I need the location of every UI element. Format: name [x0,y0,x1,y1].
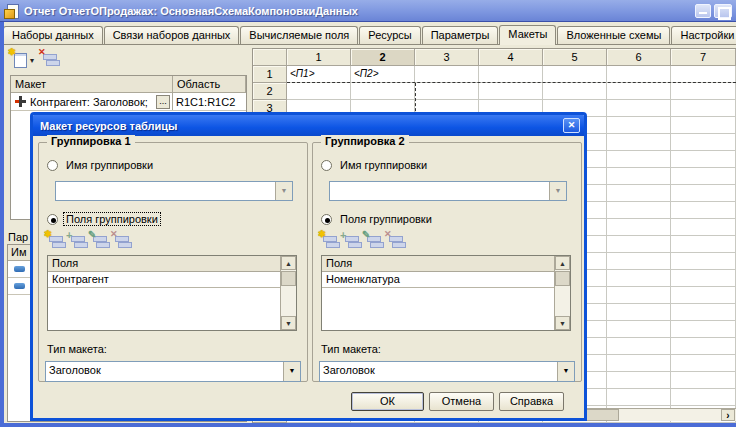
tab-вложенные-схемы[interactable]: Вложенные схемы [557,26,670,44]
grid-column-header-6[interactable]: 6 [607,49,671,66]
fields-list-header[interactable]: Поля [322,256,554,272]
grid-cell-r2c7[interactable] [671,83,736,100]
scroll-down-button[interactable]: ▼ [281,316,296,330]
grid-cell-r15c6[interactable] [607,304,671,321]
dropdown-arrow-icon[interactable]: ▼ [549,182,566,200]
grid-column-header-7[interactable]: 7 [671,49,736,66]
grid-cell-r10c6[interactable] [607,219,671,236]
tab-настройки[interactable]: Настройки [671,26,736,44]
radio-fields[interactable] [47,214,58,225]
add-template-button[interactable]: ✱ [10,51,28,67]
radio-fields-label[interactable]: Поля группировки [64,213,160,225]
grouping-name-combobox[interactable]: ▼ [329,181,567,201]
tab-ресурсы[interactable]: Ресурсы [359,26,420,44]
maximize-button[interactable] [714,4,732,18]
grid-cell-r11c7[interactable] [671,236,736,253]
grid-cell-r8c7[interactable] [671,185,736,202]
scroll-down-button[interactable]: ▼ [555,316,570,330]
grid-cell-r1c6[interactable] [607,66,671,83]
grid-cell-r12c6[interactable] [607,253,671,270]
grid-cell-r12c7[interactable] [671,253,736,270]
grid-column-header-1[interactable]: 1 [287,49,351,66]
grouping-fields-option[interactable]: Поля группировки [321,213,434,225]
grid-cell-r10c7[interactable] [671,219,736,236]
cancel-button[interactable]: Отмена [429,392,494,411]
grid-cell-r16c6[interactable] [607,321,671,338]
radio-fields[interactable] [321,214,332,225]
grid-column-header-4[interactable]: 4 [479,49,543,66]
grid-cell-r3c7[interactable] [671,100,736,117]
delete-template-button[interactable]: ✕ [40,51,58,67]
add-auto-field-button[interactable]: + [342,233,360,249]
column-header-area[interactable]: Область [173,76,246,92]
grid-cell-r18c7[interactable] [671,355,736,372]
grid-cell-r20c6[interactable] [607,389,671,406]
template-more-button[interactable]: ... [156,95,170,109]
field-item[interactable]: Контрагент [48,272,280,288]
grid-cell-r1c5[interactable] [543,66,607,83]
grid-column-header-2[interactable]: 2 [351,49,415,66]
scroll-right-button[interactable]: › [721,409,735,421]
grid-cell-r2c6[interactable] [607,83,671,100]
tab-макеты[interactable]: Макеты [499,25,556,45]
grid-column-header-3[interactable]: 3 [415,49,479,66]
grid-cell-r16c7[interactable] [671,321,736,338]
grouping-name-option[interactable]: Имя группировки [321,159,429,171]
grid-cell-r6c6[interactable] [607,151,671,168]
grid-cell-r13c6[interactable] [607,270,671,287]
grid-cell-r15c7[interactable] [671,304,736,321]
scroll-up-button[interactable]: ▲ [555,256,570,270]
grid-cell-r4c6[interactable] [607,117,671,134]
grid-cell-r2c4[interactable] [479,83,543,100]
template-name-cell[interactable]: Контрагент: Заголовок; ... [11,93,173,110]
grid-cell-r7c7[interactable] [671,168,736,185]
grid-cell-r1c1[interactable]: <П1> [287,66,351,83]
grid-cell-r8c6[interactable] [607,185,671,202]
grid-cell-r9c7[interactable] [671,202,736,219]
grid-corner-cell[interactable] [253,49,287,66]
grouping-name-option[interactable]: Имя группировки [47,159,155,171]
scrollbar-thumb[interactable] [555,271,570,286]
radio-fields-label[interactable]: Поля группировки [338,213,434,225]
radio-name[interactable] [321,160,332,171]
grid-cell-r1c3[interactable] [415,66,479,83]
radio-name-label[interactable]: Имя группировки [338,159,429,171]
column-header-template[interactable]: Макет [11,76,173,92]
dropdown-arrow-icon[interactable]: ▼ [275,182,292,200]
template-row[interactable]: Контрагент: Заголовок; ... R1C1:R1C2 [11,93,246,111]
grid-cell-r9c6[interactable] [607,202,671,219]
fields-list-header[interactable]: Поля [48,256,280,272]
add-template-menu-arrow[interactable]: ▾ [30,56,34,65]
grid-cell-r13c7[interactable] [671,270,736,287]
edit-field-button[interactable]: ✎ [90,233,108,249]
grid-cell-r2c1[interactable] [287,83,351,100]
template-type-combobox[interactable]: Заголовок ▼ [45,361,301,382]
grid-cell-r17c6[interactable] [607,338,671,355]
ok-button[interactable]: ОК [351,392,424,411]
grid-cell-r5c6[interactable] [607,134,671,151]
grid-cell-r20c7[interactable] [671,389,736,406]
grouping-fields-option[interactable]: Поля группировки [47,213,160,225]
scroll-up-button[interactable]: ▲ [281,256,296,270]
grid-cell-r5c7[interactable] [671,134,736,151]
radio-name-label[interactable]: Имя группировки [64,159,155,171]
grid-cell-r2c2[interactable] [351,83,415,100]
grid-cell-r3c6[interactable] [607,100,671,117]
grid-cell-r1c7[interactable] [671,66,736,83]
edit-field-button[interactable]: ✎ [364,233,382,249]
help-button[interactable]: Справка [499,392,564,411]
tab-параметры[interactable]: Параметры [422,26,499,44]
grid-cell-r19c6[interactable] [607,372,671,389]
dropdown-arrow-icon[interactable]: ▼ [557,362,574,381]
grid-cell-r11c6[interactable] [607,236,671,253]
scrollbar-thumb[interactable] [281,271,296,286]
add-field-button[interactable]: ✱ [46,233,64,249]
fields-list-scrollbar[interactable]: ▲ ▼ [280,256,296,330]
grid-cell-r2c5[interactable] [543,83,607,100]
add-auto-field-button[interactable]: + [68,233,86,249]
grid-cell-r19c7[interactable] [671,372,736,389]
grid-cell-r14c6[interactable] [607,287,671,304]
minimize-button[interactable] [695,4,711,18]
grid-cell-r14c7[interactable] [671,287,736,304]
field-item[interactable]: Номенклатура [322,272,554,288]
